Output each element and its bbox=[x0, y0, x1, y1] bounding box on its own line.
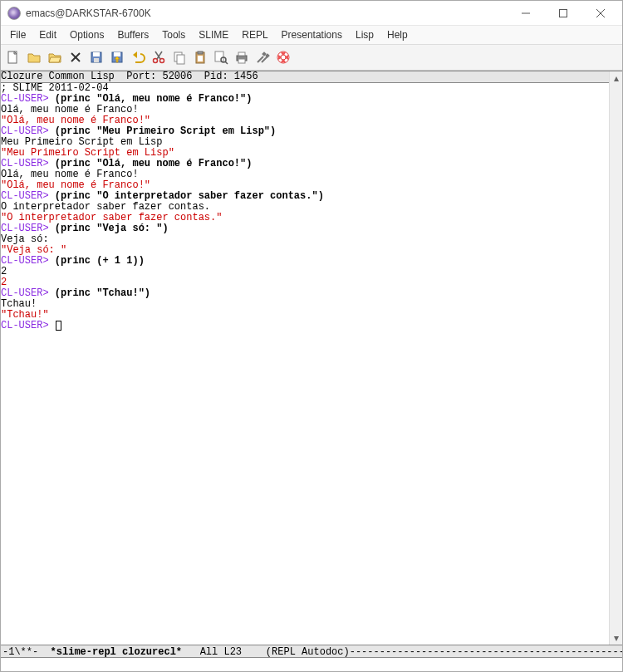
repl-prompt: CL-USER> bbox=[1, 255, 49, 267]
close-icon[interactable] bbox=[68, 50, 83, 65]
save-icon[interactable] bbox=[89, 50, 104, 65]
repl-input: (princ "Olá, meu nome é Franco!") bbox=[55, 93, 253, 105]
svg-rect-9 bbox=[93, 52, 100, 56]
repl-output: Olá, meu nome é Franco! bbox=[1, 104, 139, 115]
repl-result: "Meu Primeiro Script em Lisp" bbox=[1, 147, 174, 159]
repl-line: CL-USER> (princ "Veja só: ") bbox=[1, 223, 609, 234]
menu-edit[interactable]: Edit bbox=[33, 27, 62, 42]
menu-tools[interactable]: Tools bbox=[156, 27, 191, 42]
svg-rect-19 bbox=[177, 55, 184, 64]
save-as-icon[interactable] bbox=[110, 50, 125, 65]
space bbox=[49, 93, 55, 105]
open-file-icon[interactable] bbox=[27, 50, 42, 65]
svg-rect-12 bbox=[114, 52, 120, 56]
repl-output: Olá, meu nome é Franco! bbox=[1, 169, 139, 180]
preferences-icon[interactable] bbox=[255, 50, 270, 65]
vertical-scrollbar[interactable]: ▴ ▾ bbox=[609, 71, 622, 645]
undo-icon[interactable] bbox=[130, 50, 145, 65]
print-icon[interactable] bbox=[234, 50, 249, 65]
minibuffer[interactable] bbox=[1, 658, 622, 671]
svg-marker-13 bbox=[133, 52, 137, 58]
repl-input: (princ "Tchau!") bbox=[55, 287, 150, 299]
space bbox=[49, 125, 55, 137]
modeline-mode: (REPL Autodoc) bbox=[260, 646, 350, 658]
repl-input: (princ "Veja só: ") bbox=[55, 223, 169, 234]
svg-rect-22 bbox=[198, 56, 203, 61]
minimize-button[interactable] bbox=[507, 2, 544, 25]
toolbar bbox=[1, 44, 622, 71]
repl-header: Clozure Common Lisp Port: 52006 Pid: 145… bbox=[1, 71, 258, 82]
menu-options[interactable]: Options bbox=[64, 27, 110, 42]
space bbox=[49, 223, 55, 234]
repl-result: "Tchau!" bbox=[1, 309, 49, 321]
search-icon[interactable] bbox=[213, 50, 228, 65]
space bbox=[49, 190, 55, 202]
repl-line: CL-USER> (princ "Tchau!") bbox=[1, 288, 609, 299]
repl-output: Meu Primeiro Script em Lisp bbox=[1, 136, 162, 148]
repl-prompt: CL-USER> bbox=[1, 93, 49, 105]
menu-bar: File Edit Options Buffers Tools SLIME RE… bbox=[1, 26, 622, 44]
svg-rect-21 bbox=[198, 52, 203, 54]
repl-output: O interpretador saber fazer contas. bbox=[1, 201, 210, 213]
repl-prompt: CL-USER> bbox=[1, 190, 49, 202]
svg-rect-1 bbox=[559, 9, 567, 17]
space bbox=[49, 158, 55, 169]
copy-icon[interactable] bbox=[172, 50, 187, 65]
repl-input: (princ (+ 1 1)) bbox=[55, 255, 145, 267]
svg-point-14 bbox=[154, 59, 158, 63]
modeline-flags: -1\**- bbox=[2, 646, 51, 658]
repl-result: 2 bbox=[1, 277, 7, 288]
close-button[interactable] bbox=[581, 2, 619, 25]
repl-result: "O interpretador saber fazer contas." bbox=[1, 212, 222, 223]
repl-input: (princ "Olá, meu nome é Franco!") bbox=[55, 158, 253, 169]
repl-prompt: CL-USER> bbox=[1, 223, 49, 234]
repl-output: 2 bbox=[1, 266, 7, 277]
menu-presentations[interactable]: Presentations bbox=[276, 27, 348, 42]
scroll-down-icon[interactable]: ▾ bbox=[610, 631, 622, 645]
repl-line: 2 bbox=[1, 267, 609, 277]
repl-output: Tchau! bbox=[1, 298, 37, 310]
cursor bbox=[56, 321, 61, 331]
scroll-up-icon[interactable]: ▴ bbox=[610, 71, 622, 85]
repl-line: "Tchau!" bbox=[1, 310, 609, 321]
editor-area: Clozure Common Lisp Port: 52006 Pid: 145… bbox=[1, 71, 622, 645]
svg-point-34 bbox=[281, 55, 286, 60]
menu-buffers[interactable]: Buffers bbox=[111, 27, 155, 42]
repl-line: Tchau! bbox=[1, 299, 609, 310]
repl-prompt: CL-USER> bbox=[1, 125, 49, 137]
menu-lisp[interactable]: Lisp bbox=[350, 27, 380, 42]
repl-prompt: CL-USER> bbox=[1, 320, 49, 331]
repl-prompt: CL-USER> bbox=[1, 158, 49, 169]
modeline-buffer: *slime-repl clozurecl* bbox=[51, 646, 182, 658]
new-file-icon[interactable] bbox=[6, 50, 21, 65]
help-icon[interactable] bbox=[276, 50, 291, 65]
repl-line: CL-USER> bbox=[1, 321, 609, 331]
repl-line: Clozure Common Lisp Port: 52006 Pid: 145… bbox=[1, 71, 609, 83]
repl-prompt: CL-USER> bbox=[1, 287, 49, 299]
window-controls bbox=[507, 2, 619, 25]
repl-result: "Veja só: " bbox=[1, 244, 66, 256]
repl-output: Veja só: bbox=[1, 233, 49, 245]
maximize-button[interactable] bbox=[544, 2, 581, 25]
mode-line: -1\**- *slime-repl clozurecl* All L23 (R… bbox=[1, 645, 622, 658]
svg-rect-28 bbox=[238, 59, 245, 63]
svg-point-15 bbox=[160, 59, 164, 63]
window-title: emacs@DARKSTAR-6700K bbox=[26, 7, 507, 19]
menu-slime[interactable]: SLIME bbox=[193, 27, 234, 42]
repl-banner: ; SLIME 2011-02-04 bbox=[1, 82, 109, 94]
window-titlebar: emacs@DARKSTAR-6700K bbox=[1, 1, 622, 26]
cut-icon[interactable] bbox=[151, 50, 166, 65]
space bbox=[49, 287, 55, 299]
paste-icon[interactable] bbox=[193, 50, 208, 65]
svg-rect-23 bbox=[215, 52, 223, 61]
repl-input: (princ "O interpretador saber fazer cont… bbox=[55, 190, 324, 202]
repl-buffer[interactable]: Clozure Common Lisp Port: 52006 Pid: 145… bbox=[1, 71, 609, 645]
repl-line: Veja só: bbox=[1, 234, 609, 245]
menu-repl[interactable]: REPL bbox=[236, 27, 273, 42]
space bbox=[49, 255, 55, 267]
repl-result: "Olá, meu nome é Franco!" bbox=[1, 115, 150, 126]
open-folder-icon[interactable] bbox=[47, 50, 62, 65]
svg-rect-27 bbox=[238, 52, 245, 56]
menu-help[interactable]: Help bbox=[381, 27, 414, 42]
menu-file[interactable]: File bbox=[4, 27, 32, 42]
